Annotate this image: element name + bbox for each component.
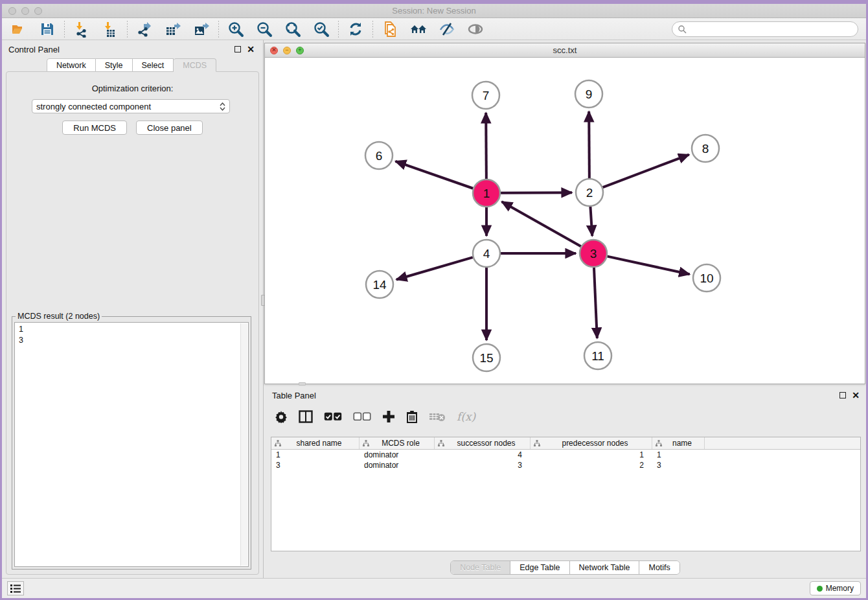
node-label-6: 6 bbox=[376, 149, 383, 163]
edge-3-11[interactable] bbox=[594, 268, 597, 338]
column-type-icon bbox=[533, 439, 541, 447]
edge-1-6[interactable] bbox=[395, 161, 473, 189]
status-bar: Memory bbox=[2, 578, 866, 598]
edge-2-3[interactable] bbox=[590, 207, 592, 236]
titlebar: Session: New Session bbox=[2, 4, 866, 18]
table-panel-title: Table Panel bbox=[272, 391, 316, 400]
table-row[interactable]: 3dominator323 bbox=[271, 460, 860, 470]
node-label-3: 3 bbox=[590, 247, 597, 260]
table-row[interactable]: 1dominator411 bbox=[271, 450, 860, 460]
export-image-icon[interactable] bbox=[192, 20, 211, 38]
tab-mcds[interactable]: MCDS bbox=[174, 58, 216, 72]
network-window: ✕ − + scc.txt 7968124314101511 bbox=[264, 43, 865, 384]
function-builder-icon: f(x) bbox=[457, 410, 475, 423]
show-hidden-icon[interactable] bbox=[466, 20, 485, 38]
mcds-result-textarea[interactable]: 1 3 bbox=[14, 322, 249, 567]
node-label-11: 11 bbox=[591, 349, 604, 363]
window-title: Session: New Session bbox=[2, 6, 866, 16]
delete-table-icon[interactable] bbox=[429, 411, 446, 422]
close-table-panel-icon[interactable]: ✕ bbox=[852, 392, 860, 398]
control-panel-title: Control Panel bbox=[8, 45, 60, 54]
edge-3-10[interactable] bbox=[607, 257, 689, 275]
list-icon bbox=[10, 583, 21, 594]
column-header[interactable]: shared name bbox=[271, 437, 360, 449]
deselect-all-icon[interactable] bbox=[353, 412, 371, 421]
node-table[interactable]: shared nameMCDS rolesuccessor nodesprede… bbox=[271, 437, 861, 551]
column-header[interactable]: successor nodes bbox=[435, 437, 531, 449]
tab-motifs[interactable]: Motifs bbox=[639, 561, 679, 574]
column-type-icon bbox=[274, 439, 282, 447]
column-header[interactable]: predecessor nodes bbox=[531, 437, 652, 449]
column-header[interactable]: name bbox=[652, 437, 705, 449]
first-neighbors-icon[interactable] bbox=[409, 20, 428, 38]
search-icon bbox=[678, 25, 687, 34]
add-column-icon[interactable] bbox=[382, 410, 395, 423]
zoom-fit-icon[interactable] bbox=[284, 20, 302, 38]
zoom-out-icon[interactable] bbox=[255, 20, 273, 38]
float-table-panel-icon[interactable] bbox=[839, 392, 846, 398]
network-title: scc.txt bbox=[265, 45, 865, 55]
edge-2-9[interactable] bbox=[589, 111, 589, 178]
column-header[interactable]: MCDS role bbox=[360, 437, 435, 449]
chevron-updown-icon bbox=[220, 102, 225, 111]
hide-selected-icon[interactable] bbox=[438, 20, 456, 38]
column-type-icon bbox=[437, 439, 445, 447]
edge-2-8[interactable] bbox=[603, 155, 689, 188]
node-label-7: 7 bbox=[483, 89, 490, 102]
network-window-titlebar[interactable]: ✕ − + scc.txt bbox=[265, 43, 865, 58]
open-session-icon[interactable] bbox=[10, 20, 28, 38]
memory-status-icon bbox=[817, 586, 823, 592]
import-table-icon[interactable] bbox=[101, 20, 119, 38]
tab-select[interactable]: Select bbox=[133, 58, 174, 72]
export-table-icon[interactable] bbox=[164, 20, 182, 38]
close-panel-button[interactable]: Close panel bbox=[136, 121, 203, 135]
run-mcds-button[interactable]: Run MCDS bbox=[62, 121, 127, 135]
application-window: Session: New Session bbox=[0, 0, 868, 600]
node-label-4: 4 bbox=[483, 247, 490, 260]
column-type-icon bbox=[362, 439, 370, 447]
result-scrollbar[interactable] bbox=[240, 323, 247, 566]
network-canvas[interactable]: 7968124314101511 bbox=[265, 58, 865, 384]
column-type-icon bbox=[655, 439, 663, 447]
refresh-view-icon[interactable] bbox=[347, 20, 365, 38]
mcds-result-text: 1 3 bbox=[15, 323, 248, 347]
edge-1-7[interactable] bbox=[486, 113, 486, 179]
zoom-selected-icon[interactable] bbox=[312, 20, 330, 38]
dropdown-value: strongly connected component bbox=[36, 102, 151, 111]
table-tabs: Node Table Edge Table Network Table Moti… bbox=[450, 560, 680, 575]
tab-style[interactable]: Style bbox=[96, 58, 133, 72]
duplicate-network-icon[interactable] bbox=[381, 20, 399, 38]
control-panel: Control Panel ✕ Network Style Select MCD… bbox=[2, 40, 261, 578]
edge-1-2[interactable] bbox=[501, 192, 572, 193]
node-label-8: 8 bbox=[702, 142, 709, 156]
optimization-criterion-select[interactable]: strongly connected component bbox=[32, 99, 230, 113]
float-panel-icon[interactable] bbox=[234, 46, 241, 52]
tab-edge-table[interactable]: Edge Table bbox=[510, 561, 569, 574]
delete-column-icon[interactable] bbox=[406, 410, 418, 423]
mcds-result-group: MCDS result (2 nodes) 1 3 bbox=[12, 316, 251, 570]
search-input[interactable] bbox=[687, 25, 852, 34]
memory-button[interactable]: Memory bbox=[810, 581, 861, 595]
edge-3-1[interactable] bbox=[502, 202, 581, 246]
table-toolbar: f(x) bbox=[264, 404, 866, 429]
node-label-10: 10 bbox=[700, 271, 713, 285]
toggle-panes-icon[interactable] bbox=[299, 410, 313, 423]
tab-network[interactable]: Network bbox=[47, 58, 96, 72]
edge-4-14[interactable] bbox=[396, 257, 473, 279]
zoom-in-icon[interactable] bbox=[227, 20, 245, 38]
node-label-15: 15 bbox=[479, 351, 493, 365]
mcds-result-title: MCDS result (2 nodes) bbox=[16, 312, 102, 321]
graph[interactable]: 7968124314101511 bbox=[265, 58, 865, 384]
settings-gear-icon[interactable] bbox=[275, 410, 288, 423]
search-box[interactable] bbox=[672, 21, 858, 37]
select-all-icon[interactable] bbox=[324, 412, 342, 421]
tab-node-table[interactable]: Node Table bbox=[451, 561, 510, 574]
tab-network-table[interactable]: Network Table bbox=[570, 561, 640, 574]
save-session-icon[interactable] bbox=[38, 20, 56, 38]
export-network-icon[interactable] bbox=[135, 20, 154, 38]
task-history-button[interactable] bbox=[7, 581, 24, 595]
node-label-2: 2 bbox=[586, 186, 593, 200]
close-panel-icon[interactable]: ✕ bbox=[247, 46, 255, 52]
horizontal-splitter-handle[interactable] bbox=[299, 382, 306, 386]
import-network-icon[interactable] bbox=[73, 20, 91, 38]
